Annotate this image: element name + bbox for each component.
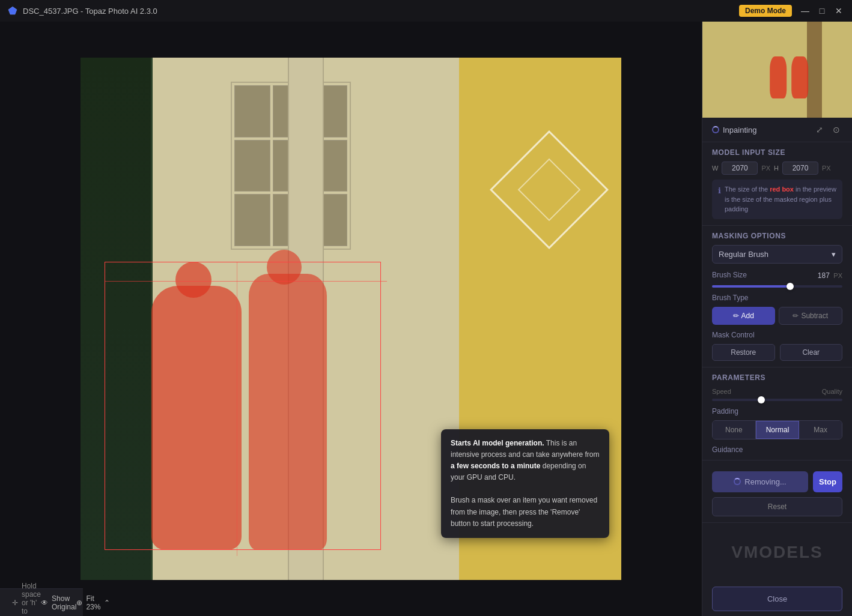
info-icon: ℹ	[718, 185, 721, 214]
brush-size-label: Brush Size	[712, 271, 747, 279]
info-text: The size of the red box in the preview i…	[725, 184, 836, 214]
model-input-title: MODEL INPUT SIZE	[712, 148, 785, 157]
brush-dropdown[interactable]: Regular Brush ▾	[712, 245, 842, 264]
speed-label: Speed	[712, 388, 731, 395]
inpainting-label: Inpainting	[712, 125, 756, 134]
expand-icon: ⌃	[104, 599, 110, 607]
masking-options-section: MASKING OPTIONS Regular Brush ▾ Brush Si…	[702, 226, 852, 367]
add-brush-button[interactable]: ✏ Add	[712, 307, 775, 325]
subtract-brush-label: Subtract	[801, 312, 828, 320]
none-padding-button[interactable]: None	[713, 421, 756, 439]
height-input[interactable]	[782, 162, 818, 175]
brush-size-row: Brush Size 187 PX	[712, 270, 842, 280]
speed-quality-row: Speed Quality	[712, 388, 842, 395]
parameters-section: PARAMETERS Speed Quality Padding None No…	[702, 367, 852, 460]
padding-label-row: Padding	[712, 407, 842, 415]
removing-label: Removing...	[744, 477, 786, 486]
width-label: W	[712, 165, 718, 172]
tooltip-text3: Brush a mask over an item you want remov…	[451, 495, 600, 530]
thumb-person1	[770, 56, 787, 98]
normal-padding-button[interactable]: Normal	[756, 421, 800, 439]
parameters-title: PARAMETERS	[712, 373, 765, 382]
diamond-decoration	[490, 130, 609, 249]
brush-type-buttons: ✏ Add ✏ Subtract	[712, 307, 842, 325]
mask-control-label: Mask Control	[712, 331, 755, 339]
padding-buttons: None Normal Max	[712, 420, 842, 439]
brush-type-label-row: Brush Type	[712, 294, 842, 302]
model-input-section: MODEL INPUT SIZE W PX H PX ℹ The size of…	[702, 142, 852, 226]
mask-control-buttons: Restore Clear	[712, 344, 842, 361]
expand-panel-button[interactable]: ⤢	[814, 124, 826, 136]
tooltip-box: Starts AI model generation. This is an i…	[441, 429, 609, 539]
tooltip-bold2: a few seconds to a minute	[451, 462, 540, 470]
action-buttons-section: Removing... Stop Reset	[702, 460, 852, 523]
maximize-button[interactable]: □	[816, 5, 828, 17]
subtract-brush-button[interactable]: ✏ Subtract	[779, 307, 843, 325]
close-button[interactable]: ✕	[833, 5, 845, 17]
svg-marker-0	[8, 7, 17, 14]
removing-spinner	[734, 478, 741, 485]
brush-size-slider[interactable]	[712, 285, 842, 288]
building-left	[81, 58, 153, 580]
info-box: ℹ The size of the red box in the preview…	[712, 180, 842, 219]
demo-mode-button[interactable]: Demo Mode	[739, 5, 792, 17]
watermark-area: VMODELS	[702, 523, 852, 582]
brush-size-thumb[interactable]	[787, 283, 794, 290]
restore-button[interactable]: Restore	[712, 344, 775, 361]
max-padding-button[interactable]: Max	[799, 421, 842, 439]
person2-body-mask	[249, 274, 327, 550]
brush-add-icon: ✏	[733, 312, 739, 320]
main-area: Starts AI model generation. This is an i…	[0, 22, 852, 616]
crosshair-vertical	[237, 262, 237, 556]
canvas-area[interactable]: Starts AI model generation. This is an i…	[0, 22, 702, 616]
quality-label: Quality	[822, 388, 842, 395]
spinner-icon	[712, 126, 719, 133]
mask-control-label-row: Mask Control	[712, 331, 842, 339]
inpainting-title: Inpainting	[723, 125, 756, 134]
pan-hint-text: Hold space or 'h' to pan	[22, 582, 41, 617]
thumb-person2	[791, 56, 808, 98]
show-original-button[interactable]: 👁 Show Original	[41, 594, 76, 611]
crosshair-horizontal	[105, 281, 387, 282]
bottom-bar: ✛ Hold space or 'h' to pan 👁 Show Origin…	[0, 588, 83, 616]
settings-panel-button[interactable]: ⊙	[830, 124, 842, 136]
main-image[interactable]: Starts AI model generation. This is an i…	[81, 58, 621, 580]
guidance-label: Guidance	[712, 445, 743, 454]
guidance-label-row: Guidance	[712, 445, 842, 454]
chevron-down-icon: ▾	[832, 250, 836, 259]
show-original-label: Show Original	[52, 594, 76, 611]
brush-subtract-icon: ✏	[793, 312, 799, 320]
stop-button[interactable]: Stop	[813, 471, 842, 492]
zoom-control[interactable]: ⊕ Fit 23% ⌃	[76, 594, 110, 611]
speed-thumb[interactable]	[758, 396, 765, 403]
pan-hint: ✛ Hold space or 'h' to pan	[12, 582, 41, 617]
width-input[interactable]	[722, 162, 758, 175]
inpainting-header: Inpainting ⤢ ⊙	[702, 118, 852, 142]
action-row: Removing... Stop	[712, 471, 842, 492]
speed-quality-slider[interactable]	[712, 399, 842, 401]
watermark-text: VMODELS	[731, 543, 823, 562]
model-input-row: W PX H PX	[712, 162, 842, 175]
padding-label: Padding	[712, 407, 738, 415]
brush-size-fill	[712, 285, 790, 288]
width-unit: PX	[761, 165, 770, 172]
inpainting-icons: ⤢ ⊙	[814, 124, 842, 136]
fit-zoom-label: Fit 23%	[86, 594, 100, 611]
titlebar: DSC_4537.JPG - Topaz Photo AI 2.3.0 Demo…	[0, 0, 852, 22]
reset-button[interactable]: Reset	[712, 497, 842, 516]
thumbnail	[702, 22, 852, 118]
app-logo-icon	[7, 5, 18, 16]
close-bottom-button[interactable]: Close	[712, 587, 842, 611]
height-unit: PX	[822, 165, 831, 172]
minimize-button[interactable]: —	[799, 5, 811, 17]
brush-dropdown-label: Regular Brush	[719, 250, 768, 259]
height-label: H	[774, 165, 779, 172]
removing-button[interactable]: Removing...	[712, 471, 808, 492]
clear-button[interactable]: Clear	[780, 344, 843, 361]
brush-size-value: 187	[818, 271, 830, 280]
app-title: DSC_4537.JPG - Topaz Photo AI 2.3.0	[23, 7, 739, 16]
person1-body-mask	[151, 286, 242, 550]
right-panel: Inpainting ⤢ ⊙ MODEL INPUT SIZE W PX H P…	[702, 22, 852, 616]
add-brush-label: Add	[741, 312, 754, 320]
red-box-text: red box	[770, 186, 794, 193]
